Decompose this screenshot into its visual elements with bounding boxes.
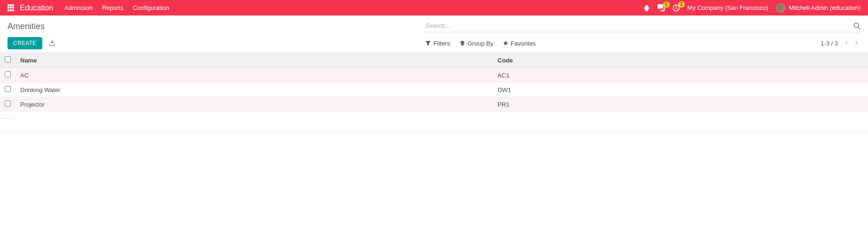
messages-badge: 5 xyxy=(663,1,670,8)
cell-code: AC1 xyxy=(493,68,868,83)
navbar: Education Admission Reports Configuratio… xyxy=(0,0,868,15)
search-bar xyxy=(425,20,860,32)
nav-item-configuration[interactable]: Configuration xyxy=(133,4,169,11)
activities-badge: 3 xyxy=(678,1,685,8)
column-header-name[interactable]: Name xyxy=(16,53,493,68)
activities-icon[interactable]: 3 xyxy=(673,4,680,12)
control-panel: Amenities CREATE Filters Group By xyxy=(0,15,868,53)
pager-text[interactable]: 1-3 / 3 xyxy=(821,40,838,47)
filters-button[interactable]: Filters xyxy=(425,40,450,47)
footer-separator xyxy=(0,131,868,132)
layers-icon xyxy=(460,40,465,46)
table-row[interactable]: Drinking Water DW1 xyxy=(0,83,868,97)
pager-next-icon[interactable] xyxy=(854,40,860,47)
filter-icon xyxy=(425,40,431,46)
select-all-checkbox[interactable] xyxy=(5,56,11,62)
create-button[interactable]: CREATE xyxy=(8,37,42,49)
nav-item-reports[interactable]: Reports xyxy=(102,4,124,11)
cell-name: Drinking Water xyxy=(16,83,493,97)
search-icon[interactable] xyxy=(853,22,860,30)
groupby-label: Group By xyxy=(468,40,493,47)
favorites-button[interactable]: Favorites xyxy=(503,40,536,47)
pager-prev-icon[interactable] xyxy=(843,40,849,47)
app-brand[interactable]: Education xyxy=(20,4,53,12)
amenities-table: Name Code AC AC1 Drinking Water DW1 Proj… xyxy=(0,53,868,112)
row-checkbox[interactable] xyxy=(5,86,11,92)
star-icon xyxy=(503,40,508,46)
avatar xyxy=(776,3,785,13)
row-checkbox[interactable] xyxy=(5,101,11,107)
messages-icon[interactable]: 5 xyxy=(657,4,665,12)
search-input[interactable] xyxy=(425,20,853,31)
filters-label: Filters xyxy=(433,40,450,47)
groupby-button[interactable]: Group By xyxy=(460,40,493,47)
cell-name: AC xyxy=(16,68,493,83)
nav-right: 5 3 My Company (San Francisco) Mitchell … xyxy=(643,3,860,13)
favorites-label: Favorites xyxy=(511,40,536,47)
import-icon[interactable] xyxy=(47,38,57,49)
company-switcher[interactable]: My Company (San Francisco) xyxy=(688,4,768,11)
table-row[interactable]: Projector PR1 xyxy=(0,97,868,112)
row-checkbox[interactable] xyxy=(5,71,11,77)
cell-code: PR1 xyxy=(493,97,868,112)
nav-item-admission[interactable]: Admission xyxy=(64,4,93,11)
cell-name: Projector xyxy=(16,97,493,112)
table-footer-handle xyxy=(0,118,14,119)
page-title: Amenities xyxy=(8,22,425,31)
user-menu[interactable]: Mitchell Admin (education) xyxy=(776,3,860,13)
user-name: Mitchell Admin (education) xyxy=(789,4,860,11)
column-header-code[interactable]: Code xyxy=(493,53,868,68)
apps-icon[interactable] xyxy=(8,4,15,12)
debug-icon[interactable] xyxy=(643,5,650,11)
header-checkbox-cell xyxy=(0,53,16,68)
nav-menu: Admission Reports Configuration xyxy=(64,4,169,11)
table-row[interactable]: AC AC1 xyxy=(0,68,868,83)
cell-code: DW1 xyxy=(493,83,868,97)
